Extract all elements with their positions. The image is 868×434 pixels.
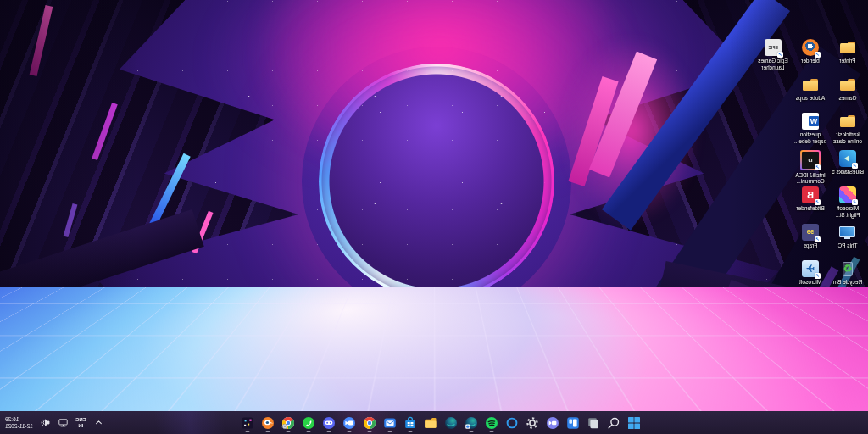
desktop-icon-label: MicrosoftFlight Si... (836, 205, 860, 218)
bluestacks-icon: ↗ (839, 150, 856, 167)
shortcut-arrow-badge: ↗ (815, 52, 821, 58)
running-indicator (388, 431, 392, 432)
running-indicator (266, 431, 270, 432)
intellij-icon: IJ↗ (800, 150, 821, 170)
nvidia-icon: ↗ (839, 298, 856, 314)
taskbar-app-globe-1-button[interactable] (441, 412, 461, 433)
taskbar-task-view-button[interactable] (583, 412, 604, 433)
chrome-icon (363, 416, 376, 430)
taskbar-zoom-button[interactable] (339, 412, 359, 433)
desktop-icon-steam[interactable]: ↗Steam (792, 334, 829, 371)
shortcut-arrow-badge: ↗ (777, 52, 783, 58)
whatsapp-icon (302, 416, 315, 430)
folder-icon (839, 76, 856, 93)
desktop-icon-column-1: PrinterGameskartick sironline class↗Blue… (829, 39, 866, 408)
taskbar-chat-button[interactable] (542, 412, 563, 433)
network-icon[interactable] (58, 417, 69, 428)
desktop-icon-grid: PrinterGameskartick sironline class↗Blue… (754, 39, 866, 408)
desktop-icon-protonvpn[interactable]: ↗ProtonVPN (792, 298, 829, 335)
taskbar-file-explorer-button[interactable] (420, 412, 441, 433)
desktop-icon-microsoft-flight-simulator[interactable]: ✈↗MicrosoftFlight Simu... (792, 260, 829, 298)
desktop-icon-bluej[interactable]: ↗BlueJ (792, 371, 829, 409)
desktop-icon-label: Bitdefender (796, 205, 824, 212)
taskbar-search-button[interactable] (604, 412, 624, 433)
desktop-icon-label: Recycle Bin (833, 279, 862, 286)
desktop-icon-blender[interactable]: ↗blender (792, 39, 829, 76)
taskbar-mail-button[interactable] (380, 412, 400, 433)
desktop-icon-microsoft-flight-si[interactable]: ↗MicrosoftFlight Si... (829, 186, 866, 224)
desktop-icon-label: Games (839, 95, 857, 102)
desktop-icon-bitdefender[interactable]: B↗Bitdefender (792, 186, 829, 224)
volume-icon[interactable] (40, 417, 51, 428)
hidden-icons-chevron-icon[interactable] (93, 417, 104, 428)
running-indicator (368, 431, 372, 432)
settings-icon (526, 416, 539, 430)
desktop-icon-label: Adobe apps (796, 95, 826, 102)
taskbar-whatsapp-button[interactable] (298, 412, 319, 433)
shortcut-arrow-badge: ↗ (852, 163, 858, 169)
desktop-icon-label: Fraps (804, 242, 818, 249)
taskbar-start-button[interactable] (624, 412, 644, 433)
clock-date: 12-11-2021 (5, 423, 33, 430)
thispc-icon (839, 224, 856, 241)
desktop-icon-epic-games-launcher[interactable]: EPIC↗Epic GamesLauncher (754, 39, 792, 76)
taskbar-cortana-button[interactable] (502, 412, 522, 433)
recycle-icon: ♻ (839, 260, 856, 277)
desktop-icon-label: BlueJ (804, 390, 817, 397)
shortcut-arrow-badge: ↗ (815, 384, 821, 390)
desktop-icon-label: BlueStacks 5 (832, 169, 864, 175)
running-indicator (287, 431, 291, 432)
blender-icon (261, 416, 275, 430)
desktop-icon-geforce-experience[interactable]: ↗GeForceExperience (829, 334, 866, 371)
running-indicator (348, 431, 352, 432)
desktop-icon-adobe-apps[interactable]: Adobe apps (792, 76, 829, 114)
taskbar-chrome-utility-button[interactable] (278, 412, 298, 433)
shortcut-arrow-badge: ↗ (815, 310, 821, 316)
app-globe-1-icon (444, 416, 458, 430)
desktop-icon-nvidia-geforce[interactable]: ↗NVIDIAGeFor... (829, 298, 866, 335)
shortcut-arrow-badge: ↗ (815, 347, 821, 353)
taskbar-store-button[interactable] (400, 412, 420, 433)
chat-icon (546, 416, 559, 430)
system-tray: ENG IN 16:29 12-11-2021 (5, 411, 104, 434)
desktop-icon-label: MSIAfterburner (834, 390, 862, 403)
language-line1: ENG (75, 417, 86, 423)
search-icon (607, 416, 620, 430)
desktop-icon-intellij-idea-community[interactable]: IJ↗IntelliJ IDEACommuni... (792, 150, 829, 187)
zoom-icon (342, 416, 356, 430)
epic-icon: EPIC↗ (765, 39, 782, 56)
desktop-icon-label: kartick sironline class (833, 131, 862, 144)
taskbar-settings-button[interactable] (522, 412, 542, 433)
desktop-icon-msi-afterburner[interactable]: ↗MSIAfterburner (829, 371, 866, 409)
desktop-icon-label: blender (801, 58, 820, 64)
taskbar-discord-button[interactable] (319, 412, 339, 433)
desktop-icon-recycle-bin[interactable]: ♻Recycle Bin (829, 260, 866, 298)
task-view-icon (587, 416, 600, 430)
desktop-icon-games[interactable]: Games (829, 76, 866, 114)
taskbar-spotify-button[interactable] (481, 412, 502, 433)
taskbar-capture-app-button[interactable] (237, 412, 258, 433)
desktop-icon-printer[interactable]: Printer (829, 39, 866, 76)
app-globe-2-icon (465, 416, 478, 430)
widgets-icon (566, 416, 580, 430)
taskbar-widgets-button[interactable] (563, 412, 583, 433)
taskbar-chrome-button[interactable] (359, 412, 380, 433)
desktop-icon-question-paper-debate[interactable]: Wquestionpaper debe... (792, 113, 829, 150)
shortcut-arrow-badge: ↗ (852, 384, 858, 390)
desktop-icon-this-pc[interactable]: This PC (829, 224, 866, 261)
language-indicator[interactable]: ENG IN (75, 417, 86, 429)
shortcut-arrow-badge: ↗ (852, 199, 858, 205)
taskbar-blender-button[interactable] (258, 412, 278, 433)
running-indicator (307, 431, 311, 432)
bluej-icon: ↗ (802, 371, 819, 388)
running-indicator (490, 431, 494, 432)
desktop-icon-label: This PC (837, 242, 857, 249)
taskbar: ENG IN 16:29 12-11-2021 (0, 411, 868, 434)
desktop-icon-bluestacks-5[interactable]: ↗BlueStacks 5 (829, 150, 866, 187)
desktop-icon-fraps[interactable]: 99↗Fraps (792, 224, 829, 261)
taskbar-app-globe-2-button[interactable] (461, 412, 481, 433)
running-indicator (470, 431, 474, 432)
running-indicator (409, 431, 413, 432)
desktop-icon-kartick-sir-online-class[interactable]: kartick sironline class (829, 113, 866, 150)
taskbar-clock[interactable]: 16:29 12-11-2021 (5, 416, 33, 430)
